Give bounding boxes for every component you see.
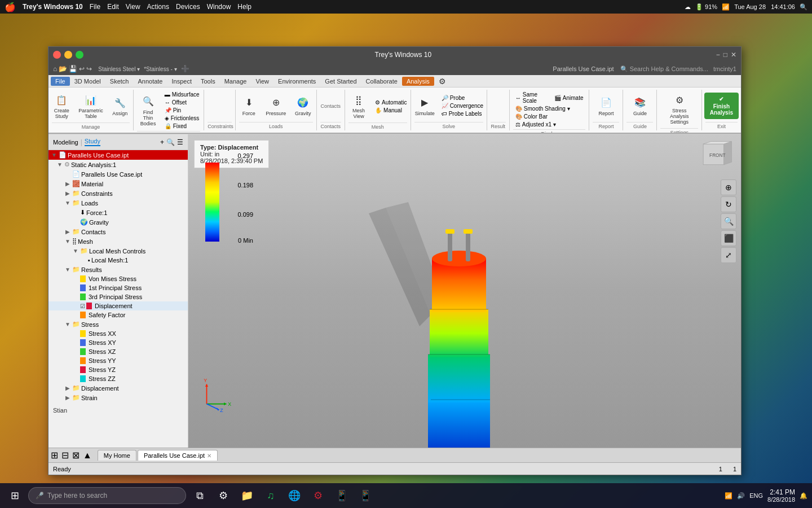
parallels-taskbar[interactable]: ⚙	[308, 485, 328, 506]
tree-stress-yy[interactable]: Stress YY	[48, 356, 188, 365]
color-bar-button[interactable]: 🎨 Color Bar	[513, 113, 550, 120]
menu-collaborate[interactable]: Collaborate	[361, 77, 402, 86]
sidebar-menu-btn[interactable]: ☰	[177, 138, 183, 146]
tree-strain[interactable]: ▶ 📁 Strain	[48, 393, 188, 402]
frictionless-button[interactable]: ◈ Frictionless	[162, 115, 202, 122]
menu-tools[interactable]: Tools	[196, 77, 220, 86]
adjusted-x1-button[interactable]: ⚖ Adjusted x1 ▾	[513, 121, 558, 128]
tree-displacement[interactable]: ☑ Displacement	[48, 301, 188, 310]
tree-stress-xx[interactable]: Stress XX	[48, 329, 188, 338]
tree-constraints[interactable]: ▶ 📁 Constraints	[48, 189, 188, 198]
sidebar-tab-modeling[interactable]: Modeling	[53, 139, 78, 146]
minimize-icon[interactable]: −	[716, 51, 720, 59]
fixed-button[interactable]: 🔒 Fixed	[162, 122, 202, 130]
save-icon[interactable]: 💾	[69, 65, 77, 73]
tree-contacts[interactable]: ▶ 📁 Contacts	[48, 227, 188, 237]
view-cube-widget[interactable]: FRONT	[698, 139, 734, 175]
tab-bar-icon-4[interactable]: ▲	[83, 450, 92, 461]
rotate-tool[interactable]: ↻	[721, 196, 736, 212]
sidebar-tab-study[interactable]: Study	[85, 138, 100, 146]
tree-material[interactable]: ▶ 🧱 Material	[48, 179, 188, 189]
probe-button[interactable]: 🔎 Probe	[439, 94, 486, 102]
offset-button[interactable]: ↔ Offset	[162, 99, 202, 106]
minimize-button[interactable]	[64, 51, 72, 59]
language-indicator[interactable]: ENG	[749, 492, 763, 499]
search-bar[interactable]: 🎤 Type here to search	[28, 487, 186, 504]
user-account[interactable]: tmcinty1	[713, 65, 736, 72]
maximize-button[interactable]	[76, 51, 83, 59]
close-icon[interactable]: ✕	[731, 51, 736, 59]
menu-getstarted[interactable]: Get Started	[320, 77, 361, 86]
tree-force1[interactable]: ⬇ Force:1	[48, 208, 188, 217]
menu-file[interactable]: File	[90, 3, 100, 11]
sidebar-search-btn[interactable]: 🔍	[166, 138, 175, 146]
tree-root-file[interactable]: ▼ 📄 Parallels Use Case.ipt	[48, 150, 188, 160]
pressure-button[interactable]: ⊕ Pressure	[263, 94, 289, 119]
search-help[interactable]: 🔍 Search Help & Commands...	[620, 65, 708, 73]
pan-tool[interactable]: ⊕	[721, 179, 736, 195]
task-view-button[interactable]: ⧉	[189, 485, 210, 506]
tree-part-file[interactable]: 📄 Parallels Use Case.ipt	[48, 169, 188, 179]
app-icon-2[interactable]: 📱	[355, 485, 376, 506]
undo-icon[interactable]: ↩	[79, 65, 85, 73]
menu-view[interactable]: View	[126, 3, 140, 11]
report-button[interactable]: 📄 Report	[594, 94, 619, 119]
zoom-tool[interactable]: 🔍	[721, 213, 736, 229]
tree-displacement-folder[interactable]: ▶ 📁 Displacement	[48, 383, 188, 393]
convergence-button[interactable]: 📈 Convergence	[439, 102, 486, 110]
tab-bar-icon-2[interactable]: ⊟	[61, 450, 69, 461]
tab-bar-icon-1[interactable]: ⊞	[51, 450, 58, 461]
add-btn[interactable]: ➕	[181, 65, 189, 73]
wifi-taskbar-icon[interactable]: 📶	[725, 492, 732, 500]
menu-analysis[interactable]: Analysis	[402, 77, 434, 86]
simulate-button[interactable]: ▶ Simulate	[412, 94, 438, 119]
close-button[interactable]	[53, 51, 61, 59]
create-study-button[interactable]: 📋 CreateStudy	[49, 91, 74, 121]
tree-local-mesh1[interactable]: ▪ Local Mesh:1	[48, 256, 188, 265]
tree-stress-xz[interactable]: Stress XZ	[48, 347, 188, 356]
menu-inspect[interactable]: Inspect	[167, 77, 196, 86]
finish-analysis-button[interactable]: ✔ FinishAnalysis	[704, 93, 739, 119]
volume-icon[interactable]: 🔊	[737, 492, 745, 500]
tree-stress-folder[interactable]: ▼ 📁 Stress	[48, 319, 188, 329]
same-scale-button[interactable]: ↔ Same Scale	[513, 91, 550, 104]
tab-bar-icon-3[interactable]: ⊠	[72, 450, 80, 461]
sidebar-add-btn[interactable]: +	[160, 138, 164, 146]
open-icon[interactable]: 📂	[59, 65, 67, 73]
menu-window[interactable]: Window	[207, 3, 231, 11]
app-icon-1[interactable]: 📱	[332, 485, 352, 506]
menu-file-tab[interactable]: File	[51, 77, 70, 86]
smooth-shading-button[interactable]: 🎨 Smooth Shading ▾	[513, 105, 572, 112]
tree-mesh[interactable]: ▼ ⣿ Mesh	[48, 237, 188, 246]
settings-taskbar[interactable]: ⚙	[213, 485, 233, 506]
tree-local-mesh-controls[interactable]: ▼ 📁 Local Mesh Controls	[48, 246, 188, 256]
menu-edit[interactable]: Edit	[107, 3, 119, 11]
menu-devices[interactable]: Devices	[176, 3, 200, 11]
tree-stress-zz[interactable]: Stress ZZ	[48, 374, 188, 383]
taskbar-clock[interactable]: 2:41 PM 8/28/2018	[767, 488, 795, 503]
tree-static-analysis[interactable]: ▼ ⚙ Static Analysis:1	[48, 160, 188, 169]
menu-sketch[interactable]: Sketch	[105, 77, 134, 86]
tree-1st-principal[interactable]: 1st Principal Stress	[48, 283, 188, 292]
expand-static[interactable]: ▼	[56, 161, 63, 168]
expand-root[interactable]: ▼	[51, 152, 58, 158]
spotify-taskbar[interactable]: ♫	[261, 485, 281, 506]
animate-button[interactable]: 🎬 Animate	[552, 91, 586, 104]
force-button[interactable]: ⬇ Force	[236, 94, 261, 119]
tree-von-mises[interactable]: Von Mises Stress	[48, 274, 188, 283]
tree-gravity[interactable]: 🌍 Gravity	[48, 217, 188, 227]
fit-tool[interactable]: ⬛	[721, 230, 736, 246]
chrome-taskbar[interactable]: 🌐	[284, 485, 304, 506]
gravity-button[interactable]: 🌍 Gravity	[290, 94, 315, 119]
manual-button[interactable]: ✋ Manual	[373, 107, 409, 114]
menu-annotate[interactable]: Annotate	[133, 77, 167, 86]
tree-stress-yz[interactable]: Stress YZ	[48, 365, 188, 374]
find-thin-bodies-button[interactable]: 🔍 Find ThinBodies	[136, 93, 161, 129]
home-icon[interactable]: ⌂	[53, 65, 57, 73]
probe-labels-button[interactable]: 🏷 Probe Labels	[439, 110, 486, 117]
tree-stress-xy[interactable]: Stress XY	[48, 338, 188, 347]
tree-safety-factor[interactable]: Safety Factor	[48, 310, 188, 319]
notification-icon[interactable]: 🔔	[800, 492, 807, 500]
apple-icon[interactable]: 🍎	[5, 2, 16, 12]
tree-3rd-principal[interactable]: 3rd Principal Stress	[48, 292, 188, 301]
